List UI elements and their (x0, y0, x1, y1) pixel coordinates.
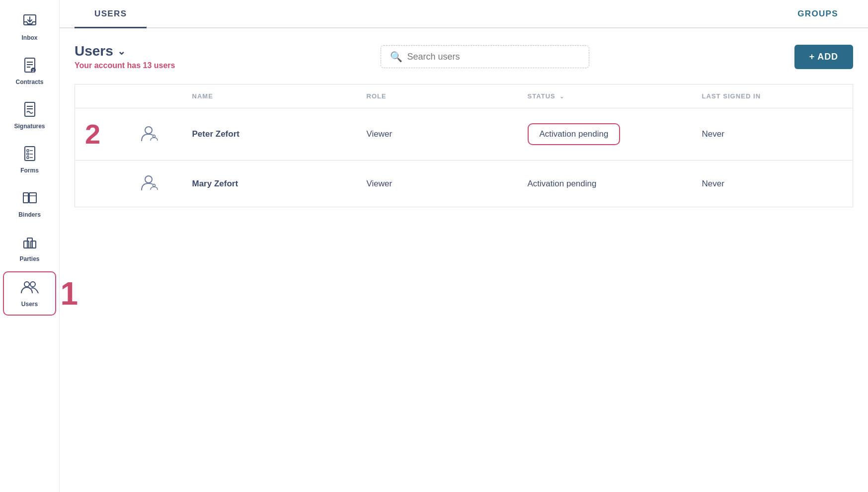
users-chevron-icon: ⌄ (117, 45, 126, 57)
svg-rect-11 (27, 150, 29, 152)
add-button-label: + ADD (809, 52, 838, 62)
forms-icon (22, 146, 38, 165)
table-row[interactable]: Mary Zefort Viewer Activation pending Ne… (75, 161, 853, 207)
sidebar-item-users-label: Users (21, 301, 38, 308)
sidebar-item-signatures[interactable]: Signatures (0, 94, 59, 137)
search-wrapper: 🔍 (381, 45, 589, 68)
users-header: Users ⌄ Your account has 13 users 🔍 + AD… (75, 43, 853, 70)
sidebar-item-inbox-label: Inbox (22, 34, 38, 41)
svg-point-31 (145, 176, 152, 183)
col-header-icon (129, 84, 182, 108)
sidebar-item-inbox[interactable]: Inbox (0, 6, 59, 48)
row-icon-peter (129, 108, 182, 161)
sidebar-item-forms-label: Forms (20, 167, 39, 174)
row-role-mary: Viewer (357, 161, 518, 207)
status-sort-icon: ⌄ (559, 93, 564, 99)
tab-users[interactable]: USERS (75, 0, 147, 28)
status-badge-highlighted: Activation pending (528, 123, 621, 145)
svg-rect-18 (29, 193, 36, 203)
tabs-bar: USERS GROUPS (60, 0, 868, 28)
svg-rect-13 (27, 153, 29, 155)
sidebar-item-binders-label: Binders (18, 211, 41, 218)
table-header-row: NAME ROLE STATUS ⌄ LAST SIGNED IN (75, 84, 853, 108)
sidebar-item-contracts-label: Contracts (15, 79, 43, 85)
sidebar-item-binders[interactable]: Binders (0, 183, 59, 225)
sidebar-item-parties-label: Parties (19, 255, 39, 262)
svg-rect-21 (24, 241, 29, 248)
users-table: NAME ROLE STATUS ⌄ LAST SIGNED IN 2 (75, 84, 853, 207)
users-title-text: Users (75, 43, 113, 59)
row-name-peter: Peter Zefort (182, 108, 357, 161)
inbox-icon (22, 13, 38, 32)
sidebar-item-users[interactable]: Users 1 (3, 271, 56, 316)
search-input[interactable] (407, 52, 580, 62)
status-badge-normal: Activation pending (528, 179, 597, 188)
parties-icon (22, 234, 38, 253)
users-subtitle: Your account has 13 users (75, 61, 175, 70)
add-user-button[interactable]: + ADD (794, 45, 853, 69)
user-avatar-icon-mary (139, 172, 158, 192)
row-status-peter: Activation pending (518, 108, 692, 161)
row-last-mary: Never (692, 161, 853, 207)
signatures-icon (22, 101, 38, 121)
table-row[interactable]: 2 Peter Zefort Viewer A (75, 108, 853, 161)
content-area: Users ⌄ Your account has 13 users 🔍 + AD… (60, 28, 868, 492)
users-title[interactable]: Users ⌄ (75, 43, 175, 59)
svg-rect-10 (25, 147, 35, 161)
svg-text:Z: Z (32, 69, 34, 73)
sidebar-item-parties[interactable]: Parties (0, 227, 59, 269)
tab-groups[interactable]: GROUPS (778, 0, 868, 28)
row-status-mary: Activation pending (518, 161, 692, 207)
col-header-num (75, 84, 129, 108)
svg-point-28 (145, 127, 152, 134)
row-number-peter: 2 (75, 108, 129, 161)
svg-rect-15 (27, 157, 29, 159)
col-header-status[interactable]: STATUS ⌄ (518, 84, 692, 108)
row-name-mary: Mary Zefort (182, 161, 357, 207)
col-header-role: ROLE (357, 84, 518, 108)
row-last-peter: Never (692, 108, 853, 161)
svg-rect-17 (23, 193, 28, 203)
col-header-last-signed: LAST SIGNED IN (692, 84, 853, 108)
users-title-block: Users ⌄ Your account has 13 users (75, 43, 175, 70)
svg-rect-22 (27, 238, 32, 248)
search-icon: 🔍 (390, 51, 402, 63)
svg-rect-23 (31, 241, 36, 248)
main-content: USERS GROUPS Users ⌄ Your account has 13… (60, 0, 868, 492)
contracts-icon: Z (22, 57, 38, 77)
svg-point-26 (24, 282, 29, 287)
binders-icon (22, 190, 38, 209)
users-icon (20, 279, 39, 299)
row-number-mary (75, 161, 129, 207)
sidebar-item-signatures-label: Signatures (14, 123, 45, 130)
col-header-name: NAME (182, 84, 357, 108)
step-2-badge: 2 (85, 118, 100, 150)
user-avatar-icon (139, 123, 158, 143)
sidebar: Inbox Z Contracts Signatures (0, 0, 60, 492)
sidebar-item-forms[interactable]: Forms (0, 139, 59, 181)
svg-point-27 (30, 282, 35, 287)
row-icon-mary (129, 161, 182, 207)
sidebar-item-contracts[interactable]: Z Contracts (0, 50, 59, 92)
row-role-peter: Viewer (357, 108, 518, 161)
